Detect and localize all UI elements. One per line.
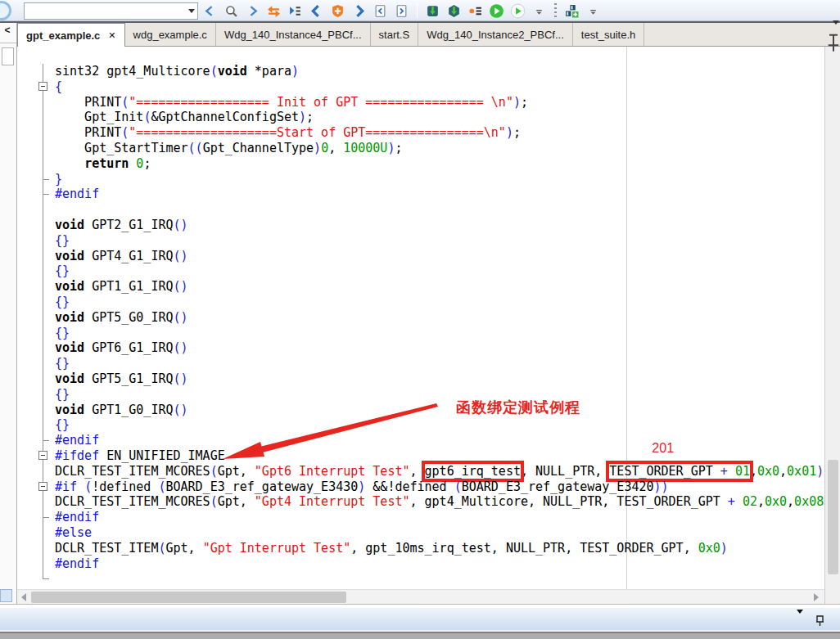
tab-label: gpt_example.c [26,29,100,42]
code-line: void GPT4_G1_IRQ() [17,249,825,264]
fold-gutter[interactable] [17,479,55,495]
code-line: sint32 gpt4_Multicore(void *para) [17,64,825,79]
build-blocks-icon[interactable] [563,2,580,20]
collapse-panel-icon[interactable] [797,614,803,628]
fold-gutter [17,371,55,387]
side-panel-corner-icon [0,589,12,602]
ide-window: < gpt_example.c✕wdg_example.cWdg_140_Ins… [0,0,840,639]
combobox-dropdown-icon[interactable] [186,3,197,19]
tab-scroll-left-button[interactable]: < [0,25,15,38]
callout-text: 函数绑定测试例程 [456,398,580,417]
toolbar-icons [201,2,602,20]
fold-gutter [17,172,55,187]
fold-gutter [17,403,55,418]
toolbar-combobox[interactable] [24,2,198,20]
search-icon[interactable] [223,2,240,20]
fold-collapse-icon[interactable] [38,82,47,91]
fold-gutter [17,64,55,79]
prev-bookmark-icon[interactable] [308,2,325,20]
fold-gutter [17,525,55,541]
fold-gutter [17,110,55,125]
swap-compare-icon[interactable] [265,2,282,20]
fold-gutter [17,156,55,172]
fold-gutter [17,556,55,572]
fold-gutter [17,249,55,264]
code-line: void GPT1_G0_IRQ() [17,403,825,418]
toolbar-overflow-icon[interactable] [531,2,548,20]
close-tab-icon[interactable]: ✕ [108,30,115,41]
run-secondary-icon[interactable] [509,2,526,20]
tab-wdg-140-instance2-pbcf-[interactable]: Wdg_140_Instance2_PBCf... [418,23,573,46]
tab-start-s[interactable]: start.S [371,23,419,46]
pin-icon[interactable] [825,33,840,52]
fold-gutter [17,279,55,295]
doc-back-icon[interactable] [372,2,389,20]
fold-gutter [17,295,55,310]
code-line: void GPT2_G1_IRQ() [17,218,825,233]
next-bookmark-icon[interactable] [350,2,368,20]
horizontal-scrollbar[interactable] [17,589,824,604]
doc-forward-icon[interactable] [393,2,410,20]
code-line: {} [17,233,825,249]
fold-collapse-icon[interactable] [38,451,47,460]
tab-label: Wdg_140_Instance2_PBCf... [427,29,564,41]
red-annotation-box: TEST_ORDER_GPT + 01201 [609,464,750,479]
collapsed-side-panel[interactable] [0,23,17,604]
nav-back-chevron-icon[interactable] [201,2,219,20]
scroll-right-arrow[interactable] [810,591,823,604]
code-line: Gpt_Init(&GptChannelConfigSet); [17,110,825,125]
vertical-scrollbar[interactable] [824,47,840,604]
scroll-left-arrow[interactable] [17,591,30,604]
code-line: } [17,172,825,187]
code-line: void GPT5_G1_IRQ() [17,371,825,387]
fold-gutter [17,387,55,403]
fold-gutter [17,218,55,233]
refresh-icon[interactable] [0,1,11,20]
run-macro-list-icon[interactable] [287,2,304,20]
annotation-badge: 201 [652,441,674,457]
code-line: Gpt_StartTimer((Gpt_ChannelType)0, 10000… [17,141,825,156]
code-line: {} [17,387,825,403]
fold-gutter [17,417,55,433]
code-line: { [17,79,825,95]
tab-label: Wdg_140_Instance4_PBCf... [224,29,362,41]
breakpoint-list-icon[interactable] [467,2,484,20]
code-line: void GPT5_G0_IRQ() [17,310,825,326]
code-line: PRINT("================== Init of GPT ==… [17,95,825,110]
toolbar-overflow-icon[interactable] [585,2,602,20]
vertical-scrollbar-thumb[interactable] [828,460,838,574]
fold-gutter [17,326,55,341]
fold-gutter [17,356,55,371]
side-panel-minibox[interactable] [2,47,14,65]
fold-gutter[interactable] [17,448,55,464]
code-line: {} [17,295,825,310]
add-bookmark-icon[interactable] [329,2,346,20]
tab-wdg-example-c[interactable]: wdg_example.c [125,23,216,46]
code-editor[interactable]: sint32 gpt4_Multicore(void *para){ PRINT… [17,47,825,589]
fold-collapse-icon[interactable] [38,482,47,491]
fold-gutter [17,541,55,556]
fold-gutter [17,494,55,510]
download-square-icon[interactable] [424,2,441,20]
bottom-panel[interactable] [0,607,840,630]
run-icon[interactable] [488,2,505,20]
fold-gutter [17,233,55,249]
toolbar-separator [554,3,557,18]
fold-gutter [17,95,55,110]
tab-gpt-example-c[interactable]: gpt_example.c✕ [17,23,125,47]
tab-test-suite-h[interactable]: test_suite.h [573,23,645,46]
editor-tabbar: gpt_example.c✕wdg_example.cWdg_140_Insta… [17,23,840,47]
horizontal-scrollbar-thumb[interactable] [31,592,346,603]
fold-gutter [17,263,55,279]
pin-icon[interactable] [815,614,825,628]
fold-gutter [17,187,55,202]
code-line: void GPT1_G1_IRQ() [17,279,825,295]
fold-gutter[interactable] [17,79,55,95]
nav-forward-chevron-icon[interactable] [244,2,261,20]
download-shield-icon[interactable] [445,2,463,20]
tab-label: test_suite.h [581,29,636,41]
code-line: PRINT("===================Start of GPT==… [17,125,825,141]
tab-wdg-140-instance4-pbcf-[interactable]: Wdg_140_Instance4_PBCf... [216,23,371,46]
code-line: #else [17,525,825,541]
main-toolbar [0,0,840,21]
